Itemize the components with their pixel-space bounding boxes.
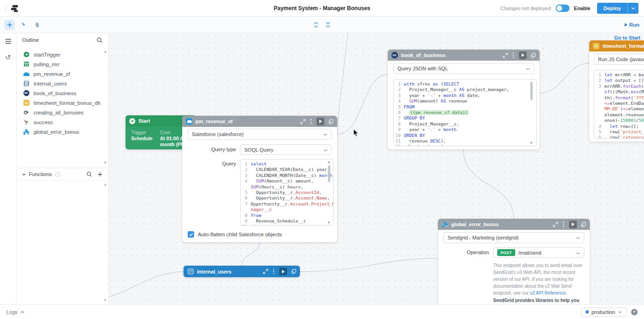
block-list-menu-icon[interactable] (5, 38, 12, 46)
functions-search-icon[interactable] (86, 171, 92, 177)
node-internal-users[interactable]: internal_users (184, 266, 300, 277)
run-block-button[interactable] (316, 118, 324, 125)
expand-block-icon[interactable] (553, 222, 558, 227)
outline-item-label: book_of_business (34, 91, 76, 96)
resource-select[interactable]: Salesforce (salesforce) (188, 129, 332, 140)
query-type-label: Query type (182, 147, 236, 152)
outline-item-internal-users[interactable]: internal_users (17, 79, 108, 88)
functions-help-icon[interactable]: ? (55, 172, 60, 177)
editor-scrollbar[interactable] (328, 165, 330, 182)
js-code-editor[interactable]: 1let mrrARR = book2let output = [];3mrrA… (594, 70, 644, 139)
chevron-down-icon (323, 131, 328, 137)
copy-block-icon[interactable] (581, 222, 586, 227)
help-button[interactable]: ? (631, 309, 638, 315)
outline-item-timesheet-format-bonus-dh[interactable]: JS timesheet_format_bonus_dh (17, 98, 108, 108)
play-icon (625, 23, 627, 27)
resource-select[interactable]: Query JSON with SQL (393, 63, 534, 74)
deploy-options-button[interactable] (627, 3, 638, 14)
sql-query-editor[interactable]: 1with sfrev as (SELECT2 Project_Manager_… (393, 79, 537, 146)
block-menu-icon[interactable] (562, 222, 565, 227)
outline-item-label: global_error_bonus (34, 129, 79, 135)
expand-block-icon[interactable] (503, 53, 508, 58)
cron-label: Cron (160, 129, 184, 136)
editor-scroll-down[interactable] (328, 222, 330, 224)
autoflatten-label: Auto-flatten child Salesforce objects (198, 232, 282, 237)
outline-item-label: pm_revenue_sf (34, 71, 70, 77)
pan-tool-button[interactable] (32, 20, 42, 30)
autoflatten-checkbox[interactable] (188, 231, 194, 238)
expand-block-icon[interactable] (300, 119, 305, 124)
node-book-of-business[interactable]: SQL book_of_business Query JSON with SQL (388, 50, 540, 149)
select-tool-button[interactable] (18, 20, 29, 30)
start-trigger-icon (23, 51, 29, 58)
node-global-error-bonus[interactable]: global_error_bonus Sendgrid - Marketing … (438, 219, 590, 304)
functions-header[interactable]: Functions ? (17, 168, 108, 181)
environment-select[interactable]: production (581, 308, 627, 317)
outline-scroll-down[interactable] (104, 162, 107, 164)
node-title: Start (138, 118, 150, 124)
node-title: timesheet_format_bonus_dh (603, 43, 644, 49)
workflow-canvas[interactable]: Go to Start Start Trigger Schedule Cron … (109, 33, 644, 304)
sql-icon: SQL (23, 90, 29, 97)
salesforce-icon (186, 118, 192, 125)
outline-item-pulling-mrr[interactable]: pulling_mrr (17, 59, 108, 69)
copy-block-icon[interactable] (291, 269, 296, 274)
outline-item-pm-revenue-sf[interactable]: pm_revenue_sf (17, 69, 108, 79)
resource-select[interactable]: Run JS Code (javascript) (594, 54, 644, 65)
outline-item-global-error-bonus[interactable]: global_error_bonus (17, 127, 108, 137)
outline-item-creating-all-bonuses[interactable]: ⟳ creating_all_bonuses (17, 108, 108, 117)
resource-select[interactable]: Sendgrid - Marketing (sendgrid) (443, 232, 584, 243)
postgresql-icon (187, 268, 194, 275)
editor-scrollbar[interactable] (530, 82, 533, 100)
logs-toggle[interactable]: Logs (6, 309, 24, 315)
drag-handle-icon (6, 6, 6, 11)
run-history-icon[interactable]: ↺ (5, 54, 11, 61)
editor-scroll-up[interactable] (328, 161, 330, 163)
copy-block-icon[interactable] (328, 119, 334, 124)
block-menu-icon[interactable] (310, 119, 313, 124)
node-pm-revenue-sf[interactable]: pm_revenue_sf Salesforce (salesforce) Qu… (182, 116, 337, 242)
expand-all-blocks-icon[interactable] (313, 22, 319, 28)
js-icon: JS (593, 43, 599, 49)
operation-select[interactable]: POST /mail/send (493, 247, 584, 258)
query-type-select[interactable]: SOQL Query (240, 144, 332, 155)
cron-value-line2: month (PD (160, 142, 184, 148)
outline-item-label: internal_users (34, 81, 67, 86)
editor-scroll-down[interactable] (530, 142, 533, 144)
start-icon (129, 118, 135, 124)
outline-search-icon[interactable] (97, 37, 103, 43)
outline-panel: Outline startTrigger pulling_mrr (17, 33, 109, 304)
soql-query-editor[interactable]: 1select2 CALENDAR_YEAR(Date__c) year,3 C… (240, 159, 334, 226)
enable-toggle[interactable] (556, 5, 569, 12)
outline-scroll-up[interactable] (104, 51, 107, 53)
add-function-icon[interactable] (98, 172, 103, 177)
functions-scroll-up[interactable] (104, 183, 107, 186)
run-block-button[interactable] (519, 51, 527, 59)
bottom-bar: Logs production ? (0, 304, 644, 319)
block-menu-icon[interactable] (512, 52, 515, 58)
copy-block-icon[interactable] (531, 53, 536, 58)
outline-list: startTrigger pulling_mrr pm_revenue_sf i… (17, 47, 108, 168)
functions-list-empty (17, 181, 108, 304)
outline-item-book-of-business[interactable]: SQL book_of_business (17, 88, 108, 98)
node-timesheet-format-bonus[interactable]: JS timesheet_format_bonus_dh Run JS Code… (589, 40, 644, 142)
run-block-button[interactable] (279, 268, 287, 275)
status-icon (23, 119, 29, 125)
add-block-button[interactable] (5, 20, 15, 30)
collapse-all-blocks-icon[interactable] (325, 22, 331, 28)
block-menu-icon[interactable] (272, 269, 276, 274)
expand-block-icon[interactable] (263, 269, 268, 274)
app-logo-icon[interactable] (10, 4, 19, 13)
outline-item-success[interactable]: success (17, 117, 108, 127)
go-to-start-link[interactable]: Go to Start (614, 35, 640, 40)
workflow-editor-app: Payment System - Manager Bonuses Changes… (0, 0, 644, 319)
v2-api-reference-link[interactable]: v2 API Reference. (530, 291, 567, 296)
deploy-button[interactable]: Deploy (597, 3, 627, 14)
trigger-label: Trigger (131, 129, 153, 136)
environment-dot-icon (586, 310, 589, 313)
functions-scroll-down[interactable] (104, 299, 107, 302)
outline-item-starttrigger[interactable]: startTrigger (17, 50, 108, 59)
endpoint-description: This endpoint allows you to send email o… (493, 262, 586, 304)
run-block-button[interactable] (569, 221, 577, 228)
run-workflow-button[interactable]: Run (625, 22, 639, 28)
